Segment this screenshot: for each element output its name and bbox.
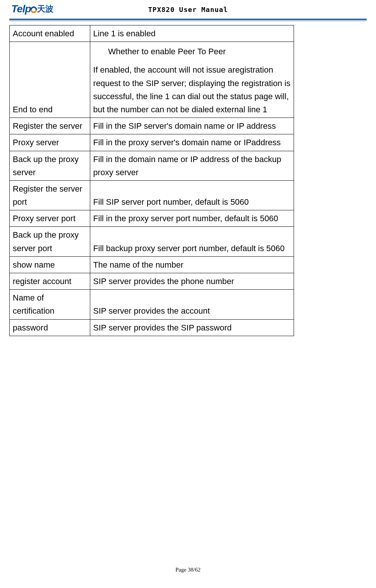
table-row: Name of certification SIP server provide…	[10, 290, 294, 319]
page-number: Page 38/62	[0, 567, 376, 573]
peer-to-peer-body: If enabled, the account will not issue a…	[93, 63, 291, 116]
setting-label: Name of certification	[10, 290, 90, 319]
table-row: Back up the proxy server Fill in the dom…	[10, 151, 294, 180]
table-row: show name The name of the number	[10, 256, 294, 273]
table-row: register account SIP server provides the…	[10, 273, 294, 290]
table-row: End to end Whether to enable Peer To Pee…	[10, 42, 294, 118]
setting-description: Fill SIP server port number, default is …	[90, 180, 294, 210]
table-row: password SIP server provides the SIP pas…	[10, 319, 294, 336]
setting-label: register account	[10, 273, 90, 290]
setting-label: Back up the proxy server port	[10, 227, 90, 256]
header-divider	[9, 19, 367, 21]
setting-description: SIP server provides the SIP password	[90, 319, 294, 336]
setting-label: Proxy server	[10, 134, 90, 151]
setting-description: Fill in the domain name or IP address of…	[90, 151, 294, 180]
setting-description: Whether to enable Peer To Peer If enable…	[90, 42, 294, 118]
document-title: TPX820 User Manual	[148, 6, 228, 13]
setting-label: password	[10, 319, 90, 336]
document-header: Telp 天波 TPX820 User Manual	[0, 0, 376, 21]
peer-to-peer-heading: Whether to enable Peer To Peer	[93, 43, 291, 63]
setting-description: Fill in the proxy server's domain name o…	[90, 134, 294, 151]
setting-label: show name	[10, 256, 90, 273]
setting-description: SIP server provides the account	[90, 290, 294, 319]
setting-description: Line 1 is enabled	[90, 25, 294, 42]
table-row: Proxy server port Fill in the proxy serv…	[10, 210, 294, 227]
table-row: Account enabled Line 1 is enabled	[10, 25, 294, 42]
setting-label: Account enabled	[10, 25, 90, 42]
logo: Telp 天波	[11, 3, 54, 15]
logo-text-english: Telp	[11, 3, 36, 15]
settings-table: Account enabled Line 1 is enabled End to…	[9, 25, 294, 336]
setting-label: Back up the proxy server	[10, 151, 90, 180]
setting-description: Fill backup proxy server port number, de…	[90, 227, 294, 256]
content-area: Account enabled Line 1 is enabled End to…	[0, 21, 376, 336]
logo-text-chinese: 天波	[37, 3, 54, 15]
setting-description: SIP server provides the phone number	[90, 273, 294, 290]
setting-label: Proxy server port	[10, 210, 90, 227]
setting-description: Fill in the SIP server's domain name or …	[90, 118, 294, 134]
table-row: Register the server Fill in the SIP serv…	[10, 118, 294, 134]
table-row: Back up the proxy server port Fill backu…	[10, 227, 294, 256]
setting-label: Register the server port	[10, 180, 90, 210]
setting-label: Register the server	[10, 118, 90, 134]
table-row: Register the server port Fill SIP server…	[10, 180, 294, 210]
table-row: Proxy server Fill in the proxy server's …	[10, 134, 294, 151]
setting-description: The name of the number	[90, 256, 294, 273]
setting-label: End to end	[10, 42, 90, 118]
setting-description: Fill in the proxy server port number, de…	[90, 210, 294, 227]
